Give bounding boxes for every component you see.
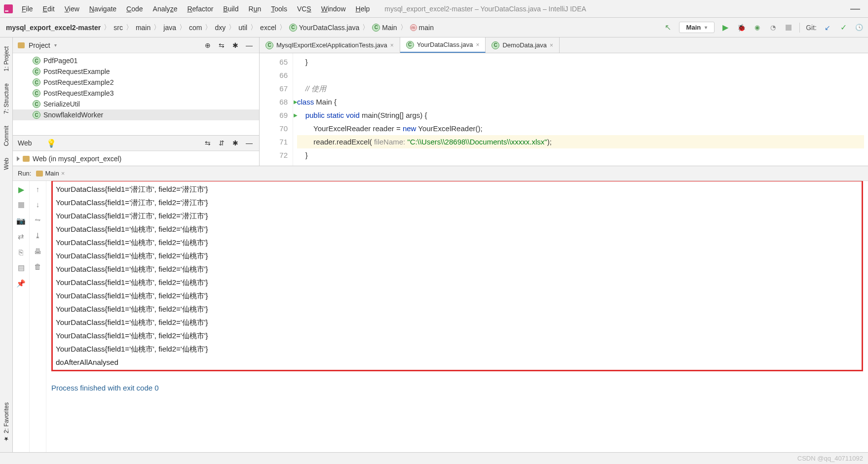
down-icon[interactable]: ↓ xyxy=(36,200,40,209)
intellij-logo-icon xyxy=(4,4,13,13)
toolbar: ↖ Main ▾ ▶ 🐞 ◉ ◔ Git: ↙ ✓ 🕓 xyxy=(663,22,864,33)
tree-item[interactable]: CPostRequestExample3 xyxy=(13,88,259,99)
minimize-button[interactable]: — xyxy=(846,3,864,14)
svg-rect-1 xyxy=(5,10,8,11)
run-config-name[interactable]: Main xyxy=(45,170,59,177)
stop-icon[interactable] xyxy=(18,201,24,210)
gutter[interactable]: 6566676869707172 xyxy=(260,53,293,166)
camera-icon[interactable]: 📷 xyxy=(16,216,26,225)
svg-rect-0 xyxy=(4,4,13,13)
tree-item[interactable]: CPdfPage01 xyxy=(13,55,259,66)
window-title: mysql_export_excel2-master – YourDataCla… xyxy=(384,5,586,13)
web-title[interactable]: Web xyxy=(18,139,32,147)
editor-tabs: CMysqlExportExcelApplicationTests.java× … xyxy=(260,37,868,53)
menu-view[interactable]: View xyxy=(60,3,84,15)
hide-icon[interactable]: — xyxy=(244,138,254,148)
layout-icon[interactable]: ⇄ xyxy=(18,232,24,241)
crumb-class[interactable]: C Main xyxy=(370,24,399,32)
debug-icon[interactable]: 🐞 xyxy=(736,23,746,33)
wrap-icon[interactable]: ⥊ xyxy=(35,215,41,224)
menu-build[interactable]: Build xyxy=(218,3,243,15)
tree-item[interactable]: CPostRequestExample xyxy=(13,66,259,77)
editor-tab[interactable]: CMysqlExportExcelApplicationTests.java× xyxy=(260,37,400,53)
web-tree[interactable]: Web (in mysql_export_excel) xyxy=(13,151,259,166)
footer: CSDN @qq_40711092 xyxy=(0,452,868,464)
folder-icon xyxy=(36,171,43,177)
collapse-icon[interactable]: ⇵ xyxy=(217,138,226,148)
tree-item[interactable]: CPostRequestExample2 xyxy=(13,77,259,88)
crumb-dxy[interactable]: dxy xyxy=(213,24,227,32)
run-config-select[interactable]: Main ▾ xyxy=(679,22,715,33)
web-item[interactable]: Web (in mysql_export_excel) xyxy=(33,155,121,163)
crumb-main[interactable]: main xyxy=(134,24,152,32)
menu-tools[interactable]: Tools xyxy=(266,3,292,15)
build-icon[interactable]: ↖ xyxy=(663,23,673,33)
crumb-src[interactable]: src xyxy=(112,24,125,32)
expand-icon[interactable]: ⇆ xyxy=(217,40,226,50)
git-commit-icon[interactable]: ✓ xyxy=(838,23,848,33)
menu-code[interactable]: Code xyxy=(121,3,148,15)
exit-line: Process finished with exit code 0 xyxy=(51,381,863,394)
tab-structure[interactable]: 7: Structure xyxy=(2,78,11,119)
crumb-excel[interactable]: excel xyxy=(258,24,278,32)
tab-commit[interactable]: Commit xyxy=(2,121,11,151)
expand-arrow-icon[interactable] xyxy=(17,156,20,161)
rerun-icon[interactable]: ▶ xyxy=(18,185,24,194)
menu-window[interactable]: Window xyxy=(316,3,351,15)
tree-item[interactable]: CSerializeUtil xyxy=(13,99,259,109)
tree-item[interactable]: CSnowflakeIdWorker xyxy=(13,109,259,120)
up-icon[interactable]: ↑ xyxy=(36,185,40,193)
menu-refactor[interactable]: Refactor xyxy=(182,3,218,15)
crumb-method[interactable]: m main xyxy=(408,24,436,32)
hide-icon[interactable]: — xyxy=(244,40,254,50)
menu-analyze[interactable]: Analyze xyxy=(148,3,183,15)
editor-tab[interactable]: CYourDataClass.java× xyxy=(400,37,486,53)
scroll-icon[interactable]: ⤓ xyxy=(35,231,41,240)
menu-navigate[interactable]: Navigate xyxy=(84,3,121,15)
close-icon[interactable]: × xyxy=(550,42,553,49)
editor-tab[interactable]: CDemoData.java× xyxy=(486,37,560,53)
close-icon[interactable]: × xyxy=(390,42,394,49)
code-area[interactable]: } // 使用class Main { public static void m… xyxy=(293,53,868,166)
run-output[interactable]: YourDataClass{field1='潜江市', field2='潜江市'… xyxy=(46,181,868,452)
profile-icon[interactable]: ◔ xyxy=(768,23,778,33)
settings-icon[interactable]: ✱ xyxy=(230,40,240,50)
crumb-com[interactable]: com xyxy=(187,24,204,32)
project-title[interactable]: Project xyxy=(29,41,50,49)
crumb-root[interactable]: mysql_export_excel2-master xyxy=(4,24,103,32)
pin-icon[interactable]: 📌 xyxy=(16,279,26,288)
exit-icon[interactable]: ⎘ xyxy=(19,248,23,256)
highlighted-output: YourDataClass{field1='潜江市', field2='潜江市'… xyxy=(51,181,863,371)
locate-icon[interactable]: ⊕ xyxy=(203,40,213,50)
menu-bar: File Edit View Navigate Code Analyze Ref… xyxy=(0,0,868,18)
watermark: CSDN @qq_40711092 xyxy=(797,455,863,462)
run-side-toolbar-2: ↑ ↓ ⥊ ⤓ 🖶 🗑 xyxy=(30,181,46,452)
tab-favorites[interactable]: ★ 2: Favorites xyxy=(2,397,11,447)
close-icon[interactable]: × xyxy=(61,170,65,177)
settings-icon[interactable]: ✱ xyxy=(230,138,240,148)
project-tree[interactable]: CPdfPage01 CPostRequestExample CPostRequ… xyxy=(13,53,259,135)
left-tool-strip: 1: Project 7: Structure Commit Web ★ 2: … xyxy=(0,37,13,452)
crumb-file[interactable]: C YourDataClass.java xyxy=(287,24,361,32)
crumb-java[interactable]: java xyxy=(161,24,178,32)
run-icon[interactable]: ▶ xyxy=(720,23,730,33)
menu-file[interactable]: File xyxy=(17,3,38,15)
expand-icon[interactable]: ⇆ xyxy=(203,138,213,148)
crumb-util[interactable]: util xyxy=(236,24,249,32)
coverage-icon[interactable]: ◉ xyxy=(752,23,762,33)
layout2-icon[interactable]: ▤ xyxy=(18,263,25,272)
git-history-icon[interactable]: 🕓 xyxy=(854,23,864,33)
menu-run[interactable]: Run xyxy=(244,3,266,15)
editor-body[interactable]: 6566676869707172 } // 使用class Main { pub… xyxy=(260,53,868,166)
editor-pane: CMysqlExportExcelApplicationTests.java× … xyxy=(260,37,868,166)
menu-edit[interactable]: Edit xyxy=(38,3,60,15)
stop-icon[interactable] xyxy=(784,23,793,33)
trash-icon[interactable]: 🗑 xyxy=(34,262,41,271)
tab-web[interactable]: Web xyxy=(2,153,11,175)
tab-project[interactable]: 1: Project xyxy=(2,41,11,76)
menu-help[interactable]: Help xyxy=(351,3,375,15)
print-icon[interactable]: 🖶 xyxy=(34,247,41,255)
git-update-icon[interactable]: ↙ xyxy=(823,23,832,33)
close-icon[interactable]: × xyxy=(476,41,479,48)
menu-vcs[interactable]: VCS xyxy=(292,3,316,15)
